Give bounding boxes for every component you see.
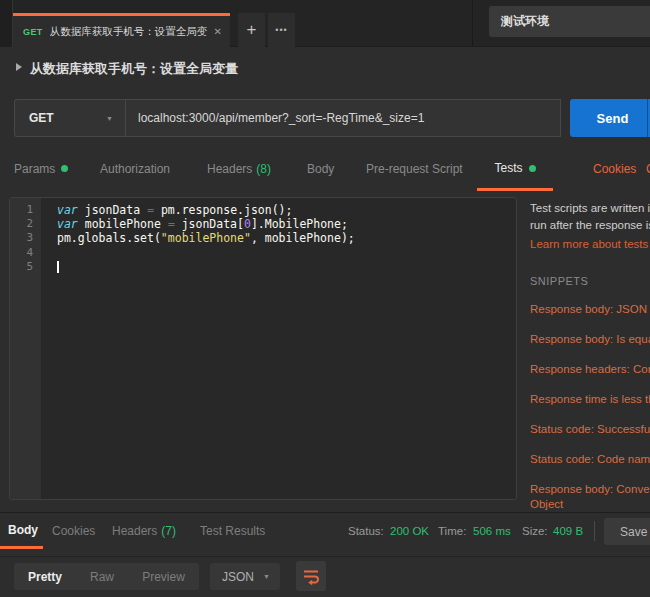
view-preview-button[interactable]: Preview: [128, 570, 199, 584]
editor-code[interactable]: var jsonData = pm.response.json();var mo…: [41, 198, 516, 499]
tests-script-editor[interactable]: 12345 var jsonData = pm.response.json();…: [9, 197, 517, 500]
collapse-arrow-icon[interactable]: [16, 63, 22, 71]
code-line[interactable]: [57, 260, 516, 274]
request-title: 从数据库获取手机号：设置全局变量: [30, 60, 238, 78]
response-tab-cookies[interactable]: Cookies: [52, 513, 95, 549]
time-value: 506 ms: [473, 513, 511, 549]
chevron-down-icon: ▼: [263, 573, 270, 580]
snippet-link[interactable]: Response body: Is equal to a string: [530, 332, 650, 347]
tab-title: 从数据库获取手机号：设置全局变量: [50, 25, 207, 39]
snippet-link[interactable]: Response headers: Content-Type header ch…: [530, 362, 650, 377]
pane-edge: [0, 0, 13, 47]
tests-description-line: Test scripts are written in JavaScript, …: [530, 200, 650, 217]
tab-authorization[interactable]: Authorization: [100, 148, 170, 191]
snippet-line: Status code: Successful POST request: [530, 422, 650, 437]
code-token: ].MobilePhone;: [251, 217, 348, 231]
snippet-link[interactable]: Status code: Successful POST request: [530, 422, 650, 437]
code-token: =: [147, 203, 154, 217]
snippet-link[interactable]: Response body: JSON value check: [530, 302, 650, 317]
code-line[interactable]: pm.globals.set("mobilePhone", mobilePhon…: [57, 231, 516, 245]
wrap-text-button[interactable]: [296, 561, 326, 591]
status-value: 200 OK: [390, 513, 429, 549]
snippets-list: Response body: JSON value checkResponse …: [530, 302, 650, 512]
response-tab-headers-label: Headers: [112, 524, 157, 538]
wrap-text-icon: [302, 567, 320, 585]
snippet-link[interactable]: Status code: Code name has string: [530, 452, 650, 467]
language-select[interactable]: JSON ▼: [210, 563, 280, 590]
code-token: mobilePhone: [78, 217, 168, 231]
tab-strip: GET 从数据库获取手机号：设置全局变量 ✕ + ••• 测试环境: [0, 0, 650, 47]
line-number: 4: [10, 246, 41, 260]
method-value: GET: [29, 111, 54, 125]
close-icon[interactable]: ✕: [214, 26, 222, 37]
response-tab-test-results[interactable]: Test Results: [200, 513, 265, 549]
view-mode-group: Pretty Raw Preview: [14, 563, 199, 590]
code-line[interactable]: var jsonData = pm.response.json();: [57, 203, 516, 217]
plus-icon: +: [247, 20, 257, 40]
line-number: 5: [10, 260, 41, 274]
code-token: var: [57, 217, 78, 231]
environment-selector[interactable]: 测试环境: [489, 6, 650, 37]
tab-headers[interactable]: Headers(8): [207, 148, 271, 191]
environment-name: 测试环境: [501, 13, 549, 30]
code-line[interactable]: [57, 246, 516, 260]
code-token: "mobilePhone": [161, 231, 251, 245]
url-value: localhost:3000/api/member?_sort=-RegTime…: [138, 111, 424, 125]
request-tab[interactable]: GET 从数据库获取手机号：设置全局变量 ✕: [13, 13, 230, 47]
code-token: pm.response.json();: [154, 203, 292, 217]
code-link[interactable]: Code: [646, 148, 650, 191]
format-bar-divider: [0, 556, 650, 557]
response-tab-cookies-label: Cookies: [52, 524, 95, 538]
tab-body-label: Body: [307, 162, 334, 176]
response-tab-body-label: Body: [8, 523, 38, 537]
snippet-link[interactable]: Response body: Convert XML body to a JSO…: [530, 482, 650, 512]
tab-pre-request-script[interactable]: Pre-request Script: [366, 148, 463, 191]
tests-dot: [529, 165, 536, 172]
size-label: Size:: [522, 513, 548, 549]
snippet-line: Status code: Code name has string: [530, 452, 650, 467]
tab-method-badge: GET: [23, 27, 43, 37]
tab-pre-request-label: Pre-request Script: [366, 162, 463, 176]
response-tab-headers[interactable]: Headers(7): [112, 513, 176, 549]
method-select[interactable]: GET ▼: [14, 99, 125, 137]
learn-more-link[interactable]: Learn more about tests scripts: [530, 238, 650, 250]
url-input[interactable]: localhost:3000/api/member?_sort=-RegTime…: [125, 99, 561, 137]
cookies-label: Cookies: [593, 162, 636, 176]
tab-params[interactable]: Params: [14, 148, 68, 191]
tab-headers-label: Headers: [207, 162, 252, 176]
save-response-button[interactable]: Save: [604, 518, 650, 545]
view-pretty-button[interactable]: Pretty: [14, 570, 76, 584]
send-button[interactable]: Send: [570, 99, 650, 137]
cookies-link[interactable]: Cookies: [593, 148, 636, 191]
response-tab-body[interactable]: Body: [0, 513, 43, 549]
code-token: var: [57, 203, 78, 217]
line-number: 3: [10, 231, 41, 245]
tab-params-label: Params: [14, 162, 55, 176]
snippet-link[interactable]: Response time is less than 200ms: [530, 392, 650, 407]
code-line[interactable]: var mobilePhone = jsonData[0].MobilePhon…: [57, 217, 516, 231]
send-label: Send: [597, 111, 629, 126]
status-label: Status:: [348, 513, 384, 549]
snippet-line: Response body: JSON value check: [530, 302, 650, 317]
code-token: =: [168, 217, 175, 231]
meta-divider: [594, 521, 595, 541]
postman-window: GET 从数据库获取手机号：设置全局变量 ✕ + ••• 测试环境 从数据库获取…: [0, 0, 650, 597]
code-label: Code: [646, 162, 650, 176]
ellipsis-icon: •••: [275, 25, 287, 35]
send-split-divider: [647, 99, 648, 137]
language-value: JSON: [222, 570, 254, 584]
tab-tests[interactable]: Tests: [477, 148, 553, 191]
tests-description-line: run after the response is received.: [530, 217, 650, 234]
code-token: jsonData[: [175, 217, 244, 231]
text-cursor: [57, 261, 59, 273]
snippet-line: Response body: Convert XML body to a JSO…: [530, 482, 650, 497]
response-headers-count: (7): [161, 524, 176, 538]
code-token: jsonData: [78, 203, 147, 217]
response-tab-test-results-label: Test Results: [200, 524, 265, 538]
tab-body[interactable]: Body: [307, 148, 334, 191]
view-raw-button[interactable]: Raw: [76, 570, 128, 584]
snippets-heading: SNIPPETS: [530, 275, 650, 287]
tab-options-button[interactable]: •••: [268, 13, 295, 47]
new-tab-button[interactable]: +: [238, 13, 265, 47]
line-number: 1: [10, 203, 41, 217]
